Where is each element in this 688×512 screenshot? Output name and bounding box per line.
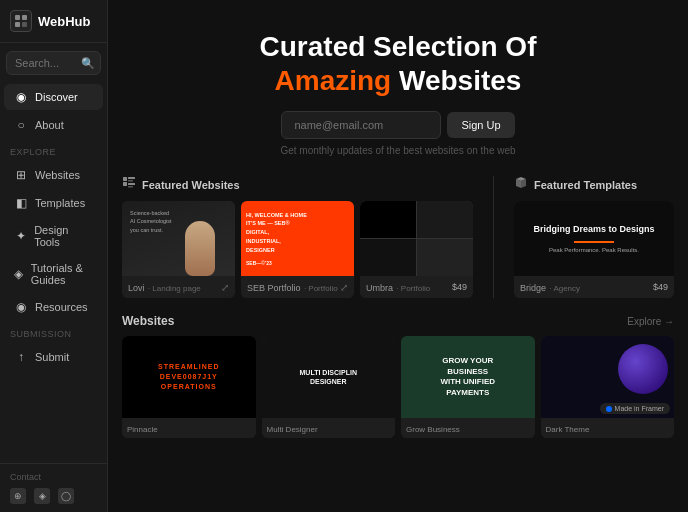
card-lovi-thumb: Science-backedAI Cosmetologistyou can tr…	[122, 201, 235, 276]
sidebar-item-design-tools[interactable]: ✦ Design Tools	[4, 218, 103, 254]
card-seb-footer: SEB Portfolio · Portfolio ⤢	[241, 276, 354, 298]
multi-text: MULTI DISCIPLINDESIGNER	[300, 368, 357, 386]
discover-icon: ◉	[14, 90, 28, 104]
card-seb-thumb: HI, WELCOME & HOME IT'S ME — SEB® DIGITA…	[241, 201, 354, 276]
sidebar-item-templates[interactable]: ◧ Templates	[4, 190, 103, 216]
card-lovi-title: Lovi · Landing page	[128, 280, 201, 294]
card-lovi-footer: Lovi · Landing page ⤢	[122, 276, 235, 298]
sidebar-item-design-tools-label: Design Tools	[34, 224, 93, 248]
design-tools-icon: ✦	[14, 229, 27, 243]
email-signup-row: Sign Up	[128, 111, 668, 139]
tutorials-icon: ◈	[14, 267, 24, 281]
websites-section-title: Websites	[122, 314, 174, 328]
logo-name: WebHub	[38, 14, 90, 29]
contact-icon-1[interactable]: ⊕	[10, 488, 26, 504]
contact-icons-row: ⊕ ◈ ◯	[10, 488, 97, 504]
svg-rect-5	[128, 177, 135, 179]
website-card-multi[interactable]: MULTI DISCIPLINDESIGNER Multi Designer	[262, 336, 396, 438]
websites-header: Websites Explore →	[122, 314, 674, 328]
svg-rect-1	[22, 15, 27, 20]
featured-websites-icon	[122, 176, 136, 193]
svg-rect-0	[15, 15, 20, 20]
sidebar: WebHub 🔍 ◉ Discover ○ About Explore ⊞ We…	[0, 0, 108, 512]
search-icon: 🔍	[81, 57, 95, 70]
multi-name: Multi Designer	[267, 425, 318, 434]
bridge-accent-bar	[574, 241, 614, 243]
main-content: Curated Selection Of Amazing Websites Si…	[108, 0, 688, 512]
website-card-pinnacle[interactable]: STREAMLINEDDEVE0087J1YOPERATIONS Pinnacl…	[122, 336, 256, 438]
featured-websites-cards: Science-backedAI Cosmetologistyou can tr…	[122, 201, 473, 298]
logo-area: WebHub	[0, 0, 107, 43]
pinnacle-text: STREAMLINEDDEVE0087J1YOPERATIONS	[158, 362, 220, 391]
stripe-name: Grow Business	[406, 425, 460, 434]
resources-icon: ◉	[14, 300, 28, 314]
featured-templates-title: Featured Templates	[534, 179, 637, 191]
featured-templates-header: Featured Templates	[514, 176, 674, 193]
pinnacle-name: Pinnacle	[127, 425, 158, 434]
sidebar-item-submit[interactable]: ↑ Submit	[4, 344, 103, 370]
dark-framer-badge: Made in Framer	[600, 403, 670, 414]
websites-section: Websites Explore → STREAMLINEDDEVE0087J1…	[108, 314, 688, 452]
sidebar-item-about-label: About	[35, 119, 64, 131]
multi-footer: Multi Designer	[262, 418, 396, 438]
sidebar-item-websites-label: Websites	[35, 169, 80, 181]
sidebar-item-tutorials[interactable]: ◈ Tutorials & Guides	[4, 256, 103, 292]
about-icon: ○	[14, 118, 28, 132]
sidebar-item-discover[interactable]: ◉ Discover	[4, 84, 103, 110]
search-bar[interactable]: 🔍	[6, 51, 101, 75]
submit-icon: ↑	[14, 350, 28, 364]
bridge-sub-text: Peak Performance. Peak Results.	[549, 247, 639, 253]
framer-dot	[606, 406, 612, 412]
sidebar-item-websites[interactable]: ⊞ Websites	[4, 162, 103, 188]
email-input[interactable]	[281, 111, 441, 139]
multi-thumb: MULTI DISCIPLINDESIGNER	[262, 336, 396, 418]
explore-section-label: Explore	[0, 139, 107, 161]
card-bridge-price: $49	[653, 282, 668, 292]
featured-templates-col: Featured Templates Bridging Dreams to De…	[514, 176, 674, 298]
logo-icon	[10, 10, 32, 32]
website-card-dark[interactable]: Made in Framer Dark Theme	[541, 336, 675, 438]
hero-caption: Get monthly updates of the best websites…	[128, 145, 668, 156]
contact-icon-2[interactable]: ◈	[34, 488, 50, 504]
svg-rect-6	[128, 180, 133, 182]
card-lovi[interactable]: Science-backedAI Cosmetologistyou can tr…	[122, 201, 235, 298]
card-seb[interactable]: HI, WELCOME & HOME IT'S ME — SEB® DIGITA…	[241, 201, 354, 298]
card-umbra-title: Umbra · Portfolio	[366, 280, 430, 294]
sidebar-item-about[interactable]: ○ About	[4, 112, 103, 138]
card-bridge[interactable]: Bridging Dreams to Designs Peak Performa…	[514, 201, 674, 298]
card-umbra-footer: Umbra · Portfolio $49	[360, 276, 473, 298]
dark-thumb: Made in Framer	[541, 336, 675, 418]
contact-icon-3[interactable]: ◯	[58, 488, 74, 504]
lovi-label-text: Science-backedAI Cosmetologistyou can tr…	[130, 209, 172, 234]
svg-rect-7	[123, 182, 127, 186]
signup-button[interactable]: Sign Up	[447, 112, 514, 138]
pinnacle-thumb: STREAMLINEDDEVE0087J1YOPERATIONS	[122, 336, 256, 418]
contact-label: Contact	[10, 472, 97, 482]
sidebar-bottom: Contact ⊕ ◈ ◯	[0, 463, 107, 512]
svg-rect-3	[22, 22, 27, 27]
stripe-thumb: GROW YOURBUSINESSWITH UNIFIEDPAYMENTS	[401, 336, 535, 418]
hero-highlight: Amazing	[275, 65, 392, 96]
stripe-footer: Grow Business	[401, 418, 535, 438]
dark-name: Dark Theme	[546, 425, 590, 434]
submission-section-label: Submission	[0, 321, 107, 343]
sidebar-item-submit-label: Submit	[35, 351, 69, 363]
bridge-title-text: Bridging Dreams to Designs	[533, 224, 654, 235]
card-lovi-expand[interactable]: ⤢	[221, 282, 229, 293]
card-bridge-thumb: Bridging Dreams to Designs Peak Performa…	[514, 201, 674, 276]
featured-websites-title: Featured Websites	[142, 179, 240, 191]
website-card-stripe[interactable]: GROW YOURBUSINESSWITH UNIFIEDPAYMENTS Gr…	[401, 336, 535, 438]
hero-section: Curated Selection Of Amazing Websites Si…	[108, 0, 688, 176]
sidebar-item-resources[interactable]: ◉ Resources	[4, 294, 103, 320]
explore-link[interactable]: Explore →	[627, 316, 674, 327]
card-bridge-title: Bridge · Agency	[520, 280, 580, 294]
featured-templates-icon	[514, 176, 528, 193]
card-umbra[interactable]: Umbra · Portfolio $49	[360, 201, 473, 298]
svg-rect-4	[123, 177, 127, 181]
sidebar-item-templates-label: Templates	[35, 197, 85, 209]
sidebar-item-discover-label: Discover	[35, 91, 78, 103]
card-umbra-price: $49	[452, 282, 467, 292]
lovi-figure	[185, 221, 215, 276]
dark-sphere	[618, 344, 668, 394]
card-seb-expand[interactable]: ⤢	[340, 282, 348, 293]
